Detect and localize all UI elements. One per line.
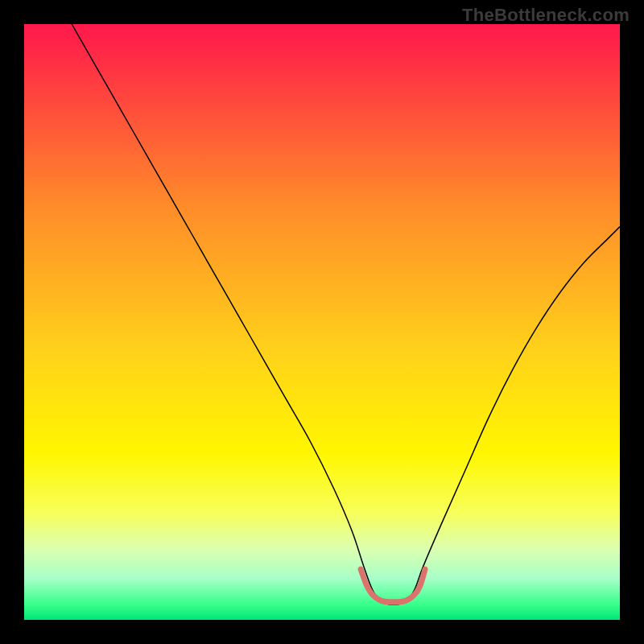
chart-background <box>24 24 620 620</box>
plot-area <box>24 24 620 620</box>
chart-frame: TheBottleneck.com <box>0 0 644 644</box>
watermark-text: TheBottleneck.com <box>462 5 630 26</box>
chart-svg <box>24 24 620 620</box>
